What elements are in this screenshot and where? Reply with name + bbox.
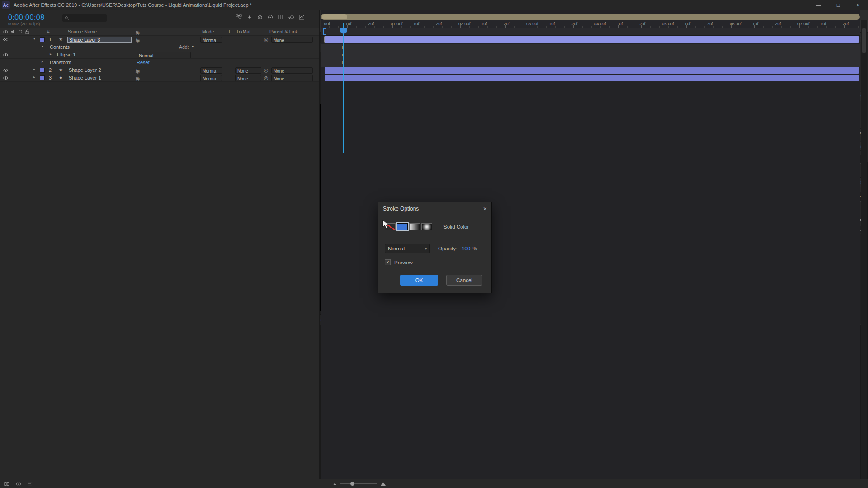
expand-icon[interactable]: ▾ xyxy=(33,37,35,41)
current-time-indicator[interactable] xyxy=(343,23,344,153)
layer-name[interactable]: Shape Layer 3 xyxy=(67,37,132,43)
ok-button[interactable]: OK xyxy=(400,275,438,286)
motion-blur-icon[interactable] xyxy=(288,14,294,20)
chevron-down-icon: ▾ xyxy=(141,53,142,57)
timeline-scrollbar[interactable] xyxy=(861,20,867,479)
time-navigator-view-region[interactable] xyxy=(322,14,347,19)
layer-row-2[interactable]: ▸ 2 ★ Shape Layer 2 ◉*/ Norma▾ None▾ ◎ N… xyxy=(0,66,319,74)
scrollbar-thumb[interactable] xyxy=(862,28,866,53)
timeline-search-input[interactable] xyxy=(71,15,104,21)
solo-column-icon[interactable] xyxy=(18,29,23,34)
frame-blending-icon[interactable] xyxy=(278,14,284,20)
opacity-value[interactable]: 100 xyxy=(462,246,470,251)
collapse-icon[interactable]: ▸ xyxy=(42,60,43,64)
track-header-band xyxy=(321,28,860,36)
opacity-label: Opacity: xyxy=(438,246,457,251)
chevron-down-icon: ▾ xyxy=(204,76,206,80)
collapse-icon[interactable]: ▸ xyxy=(33,75,35,79)
layer-row-1[interactable]: ▾ 1 ★ Shape Layer 3 ◉*/ Norma▾ ◎ None▾ xyxy=(0,36,319,43)
dialog-blend-mode-select[interactable]: Normal ▾ xyxy=(385,244,430,253)
current-timecode[interactable]: 0:00:00:08 xyxy=(8,14,45,22)
parent-select[interactable]: None▾ xyxy=(271,67,313,74)
col-t[interactable]: T xyxy=(228,29,231,34)
parent-select[interactable]: None▾ xyxy=(271,37,313,43)
comp-mini-flowchart-icon[interactable] xyxy=(235,14,242,20)
eye-icon[interactable] xyxy=(3,76,9,80)
quality-switch-icon[interactable]: / xyxy=(136,38,140,43)
timeline-search[interactable] xyxy=(62,14,107,22)
video-column-icon[interactable] xyxy=(3,30,9,34)
trkmat-select[interactable]: None▾ xyxy=(235,75,261,81)
layer-color-chip[interactable] xyxy=(40,75,45,80)
zoom-in-mountain-icon[interactable] xyxy=(380,481,386,486)
eye-icon[interactable] xyxy=(3,53,9,57)
eye-icon[interactable] xyxy=(3,68,9,72)
live-update-icon[interactable] xyxy=(246,14,253,20)
add-property-button[interactable]: ● xyxy=(192,44,194,49)
layer-row-3[interactable]: ▸ 3 ★ Shape Layer 1 ◉*/ Norma▾ None▾ ◎ N… xyxy=(0,74,319,82)
reset-link[interactable]: Reset xyxy=(137,60,150,65)
collapse-icon[interactable]: ▸ xyxy=(50,52,52,56)
shape-layer-icon: ★ xyxy=(59,67,63,72)
lock-column-icon[interactable] xyxy=(25,29,29,34)
hide-shy-icon[interactable] xyxy=(267,14,274,20)
stroke-type-solid-swatch[interactable] xyxy=(397,223,408,230)
timeline-zoom-slider[interactable] xyxy=(340,483,377,484)
time-ruler[interactable]: :00f10f20f01:00f10f20f02:00f10f20f03:00f… xyxy=(321,20,860,28)
expand-transfer-controls-icon[interactable] xyxy=(15,481,22,487)
close-button[interactable]: × xyxy=(848,0,868,10)
zoom-out-mountain-icon[interactable] xyxy=(333,482,337,486)
dialog-close-icon[interactable]: × xyxy=(483,205,487,212)
eye-icon[interactable] xyxy=(3,38,9,42)
time-navigator[interactable] xyxy=(321,14,860,20)
layer-bar-shape-layer-2[interactable] xyxy=(325,67,859,74)
draft-3d-icon[interactable] xyxy=(257,14,263,20)
contents-label[interactable]: Contents xyxy=(50,44,70,50)
chevron-down-icon: ▾ xyxy=(204,38,206,42)
layer-bar-shape-layer-1[interactable] xyxy=(325,75,859,81)
blend-mode-select[interactable]: Norma▾ xyxy=(200,75,222,81)
col-source-name[interactable]: Source Name xyxy=(68,29,97,34)
transform-label[interactable]: Transform xyxy=(49,60,71,65)
cancel-button[interactable]: Cancel xyxy=(446,275,482,286)
restore-button[interactable]: □ xyxy=(828,0,848,10)
layer-name[interactable]: Shape Layer 1 xyxy=(69,75,101,80)
pickwhip-icon[interactable]: ◎ xyxy=(264,75,269,81)
blend-mode-select[interactable]: Norma▾ xyxy=(200,37,222,43)
property-row-transform[interactable]: ▸ Transform Reset xyxy=(0,59,319,66)
col-mode[interactable]: Mode xyxy=(202,29,214,34)
zoom-slider-thumb[interactable] xyxy=(350,482,354,486)
quality-switch-icon[interactable]: / xyxy=(136,68,140,74)
pickwhip-icon[interactable]: ◎ xyxy=(264,67,269,73)
expand-layer-switches-icon[interactable] xyxy=(4,481,10,487)
blend-mode-value: Normal xyxy=(388,246,405,251)
pickwhip-icon[interactable]: ◎ xyxy=(264,37,269,42)
quality-switch-icon[interactable]: / xyxy=(136,76,140,81)
layer-name[interactable]: Shape Layer 2 xyxy=(69,67,101,73)
parent-select[interactable]: None▾ xyxy=(271,75,313,81)
collapse-icon[interactable]: ▸ xyxy=(33,67,35,71)
layer-bar-shape-layer-3[interactable] xyxy=(325,36,859,43)
layer-color-chip[interactable] xyxy=(40,37,45,42)
property-row-ellipse[interactable]: ▸ Ellipse 1 Normal▾ xyxy=(0,51,319,59)
minimize-button[interactable]: — xyxy=(808,0,828,10)
col-layer-number[interactable]: # xyxy=(47,29,50,34)
audio-column-icon[interactable] xyxy=(11,29,15,34)
graph-editor-icon[interactable] xyxy=(298,14,305,20)
chevron-down-icon: ▾ xyxy=(204,69,206,73)
blend-mode-select[interactable]: Norma▾ xyxy=(200,67,222,74)
trkmat-select[interactable]: None▾ xyxy=(235,67,261,74)
layer-color-chip[interactable] xyxy=(40,68,45,73)
preview-checkbox[interactable]: ✓ xyxy=(385,259,391,265)
expand-in-out-columns-icon[interactable] xyxy=(27,481,33,487)
property-row-contents[interactable]: ▾ Contents Add: ● xyxy=(0,43,319,51)
col-parent-link[interactable]: Parent & Link xyxy=(269,29,298,34)
ellipse-label[interactable]: Ellipse 1 xyxy=(57,52,76,57)
timeline-column-header: # Source Name ◉*/ Mode T TrkMat Parent &… xyxy=(0,28,319,36)
col-trkmat[interactable]: TrkMat xyxy=(236,29,250,34)
stroke-type-radial-gradient-swatch[interactable] xyxy=(421,223,432,230)
window-title: Adobe After Effects CC 2019 - C:\Users\U… xyxy=(14,2,252,8)
stroke-type-linear-gradient-swatch[interactable] xyxy=(409,223,420,230)
ellipse-blend-select[interactable]: Normal▾ xyxy=(137,52,191,58)
expand-icon[interactable]: ▾ xyxy=(42,44,43,48)
